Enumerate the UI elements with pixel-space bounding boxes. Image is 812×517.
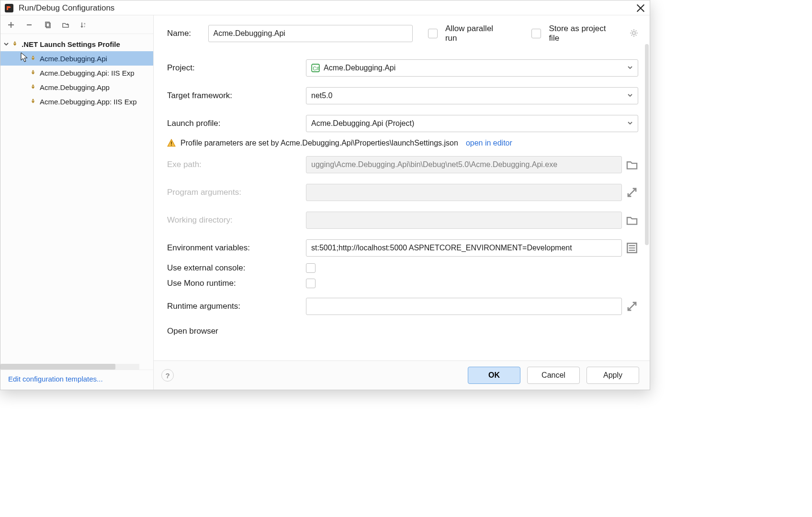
target-framework-label: Target framework:	[167, 91, 306, 101]
folder-open-icon	[626, 214, 638, 226]
allow-parallel-checkbox[interactable]	[428, 29, 438, 38]
store-as-file-label: Store as project file	[549, 24, 618, 43]
tree-item-label: Acme.Debugging.App: IIS Exp	[40, 98, 137, 106]
caret-down-icon	[3, 42, 9, 46]
svg-point-10	[632, 32, 635, 34]
external-console-row: Use external console:	[167, 263, 638, 273]
working-dir-input	[306, 212, 622, 229]
launch-profile-select[interactable]: Acme.Debugging.Api (Project)	[306, 115, 638, 132]
edit-templates-link[interactable]: Edit configuration templates...	[8, 375, 103, 383]
program-args-row: Program arguments:	[167, 184, 638, 201]
dialog-title: Run/Debug Configurations	[19, 3, 636, 13]
tree-item-label: Acme.Debugging.Api	[40, 55, 107, 63]
remove-config-button[interactable]	[24, 20, 34, 30]
csharp-project-icon: C#	[311, 64, 320, 72]
rocket-icon	[29, 55, 37, 62]
launch-profile-row: Launch profile: Acme.Debugging.Api (Proj…	[167, 115, 638, 132]
svg-point-7	[33, 71, 34, 72]
ok-button[interactable]: OK	[468, 367, 520, 384]
svg-rect-13	[171, 142, 172, 145]
titlebar: Run/Debug Configurations	[0, 0, 650, 15]
chevron-down-icon	[627, 91, 633, 100]
sidebar: az .NET Launch Settings Profile Acme.Deb…	[0, 15, 154, 390]
tree-item-0[interactable]: Acme.Debugging.Api	[0, 51, 153, 66]
project-select[interactable]: C# Acme.Debugging.Api	[306, 59, 638, 77]
target-framework-row: Target framework: net5.0	[167, 87, 638, 104]
name-label: Name:	[167, 29, 201, 38]
add-config-button[interactable]	[6, 20, 16, 30]
exe-path-label: Exe path:	[167, 160, 306, 169]
env-vars-input[interactable]	[306, 239, 622, 257]
dialog-footer: ? OK Cancel Apply	[154, 360, 650, 390]
apply-button[interactable]: Apply	[586, 367, 639, 384]
runtime-args-label: Runtime arguments:	[167, 302, 306, 311]
program-args-input	[306, 184, 622, 201]
svg-point-8	[33, 86, 34, 87]
working-dir-label: Working directory:	[167, 215, 306, 225]
help-button[interactable]: ?	[161, 369, 174, 382]
rocket-icon	[29, 83, 37, 91]
warning-text: Profile parameters are set by Acme.Debug…	[180, 139, 458, 147]
mono-runtime-checkbox[interactable]	[306, 279, 316, 288]
copy-config-button[interactable]	[43, 20, 52, 30]
external-console-label: Use external console:	[167, 263, 306, 273]
target-framework-value: net5.0	[311, 91, 332, 100]
runtime-args-input[interactable]	[306, 298, 622, 315]
project-value: Acme.Debugging.Api	[324, 64, 395, 72]
store-as-file-checkbox[interactable]	[531, 29, 541, 38]
list-icon[interactable]	[626, 242, 638, 254]
form-vscrollbar[interactable]	[645, 44, 649, 245]
chevron-down-icon	[627, 64, 633, 72]
external-console-checkbox[interactable]	[306, 263, 316, 273]
sort-alpha-button[interactable]: az	[79, 20, 89, 30]
save-to-folder-button[interactable]	[61, 20, 70, 30]
main-panel: Name: Allow parallel run Store as projec…	[154, 15, 650, 390]
tree-item-label: Acme.Debugging.Api: IIS Exp	[40, 69, 135, 77]
expand-icon	[626, 186, 638, 199]
target-framework-select[interactable]: net5.0	[306, 87, 638, 104]
launch-profile-value: Acme.Debugging.Api (Project)	[311, 119, 414, 128]
working-dir-row: Working directory:	[167, 212, 638, 229]
svg-text:z: z	[84, 25, 85, 28]
run-debug-dialog: Run/Debug Configurations az .NET Launch …	[0, 0, 650, 390]
tree-toolbar: az	[0, 15, 153, 34]
chevron-down-icon	[627, 119, 633, 128]
svg-point-9	[33, 100, 34, 101]
tree-group-label: .NET Launch Settings Profile	[22, 40, 120, 48]
profile-warning: Profile parameters are set by Acme.Debug…	[167, 139, 638, 147]
rocket-icon	[29, 69, 37, 77]
exe-path-row: Exe path:	[167, 156, 638, 173]
dialog-body: az .NET Launch Settings Profile Acme.Deb…	[0, 15, 650, 390]
scrollbar-thumb[interactable]	[0, 364, 115, 370]
topline: Name: Allow parallel run Store as projec…	[167, 24, 638, 43]
tree-item-1[interactable]: Acme.Debugging.Api: IIS Exp	[0, 66, 153, 80]
sidebar-hscrollbar[interactable]	[0, 364, 139, 370]
tree-item-2[interactable]: Acme.Debugging.App	[0, 80, 153, 94]
folder-open-icon	[626, 158, 638, 171]
program-args-label: Program arguments:	[167, 188, 306, 197]
env-vars-row: Environment variables:	[167, 239, 638, 257]
expand-icon[interactable]	[626, 300, 638, 313]
project-row: Project: C# Acme.Debugging.Api	[167, 59, 638, 77]
svg-rect-14	[171, 145, 172, 146]
rocket-icon	[11, 40, 19, 48]
rider-app-icon	[4, 3, 14, 13]
svg-point-6	[33, 57, 34, 58]
gear-icon[interactable]	[630, 29, 638, 39]
tree-item-label: Acme.Debugging.App	[40, 83, 110, 91]
open-browser-section: Open browser	[167, 326, 638, 336]
close-button[interactable]	[636, 4, 645, 12]
name-input[interactable]	[208, 25, 413, 42]
allow-parallel-label: Allow parallel run	[445, 24, 507, 43]
runtime-args-row: Runtime arguments:	[167, 298, 638, 315]
mono-runtime-label: Use Mono runtime:	[167, 279, 306, 288]
config-tree: .NET Launch Settings Profile Acme.Debugg…	[0, 34, 153, 370]
warning-icon	[167, 139, 176, 147]
launch-profile-label: Launch profile:	[167, 119, 306, 128]
tree-group-dotnet-launch[interactable]: .NET Launch Settings Profile	[0, 37, 153, 51]
mono-runtime-row: Use Mono runtime:	[167, 279, 638, 288]
cancel-button[interactable]: Cancel	[527, 367, 580, 384]
tree-item-3[interactable]: Acme.Debugging.App: IIS Exp	[0, 94, 153, 109]
open-in-editor-link[interactable]: open in editor	[466, 139, 512, 147]
env-vars-label: Environment variables:	[167, 243, 306, 253]
